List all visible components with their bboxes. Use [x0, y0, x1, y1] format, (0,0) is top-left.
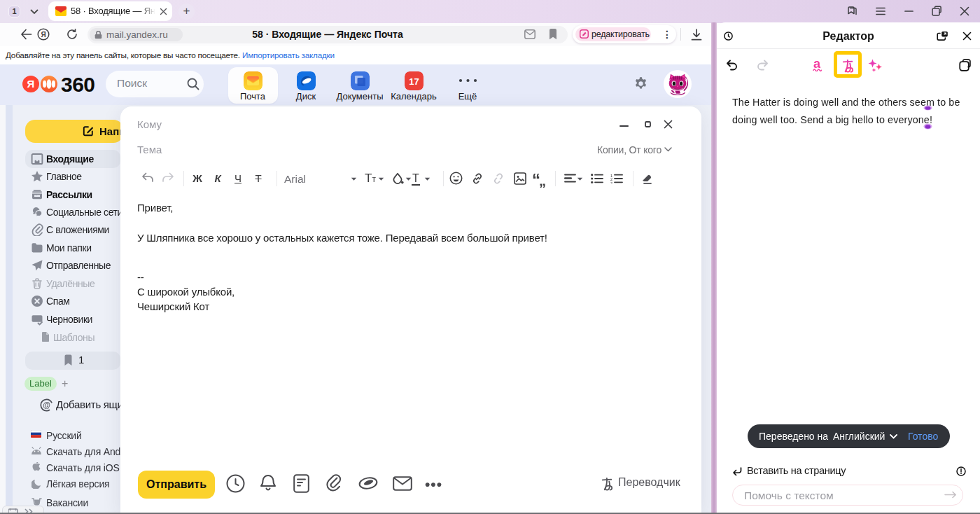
svg-text:17: 17 [409, 76, 419, 87]
svg-text:Я: Я [27, 78, 35, 90]
svg-text:@: @ [43, 401, 50, 409]
svg-text:3: 3 [610, 181, 612, 184]
svg-text:Я: Я [41, 31, 46, 39]
